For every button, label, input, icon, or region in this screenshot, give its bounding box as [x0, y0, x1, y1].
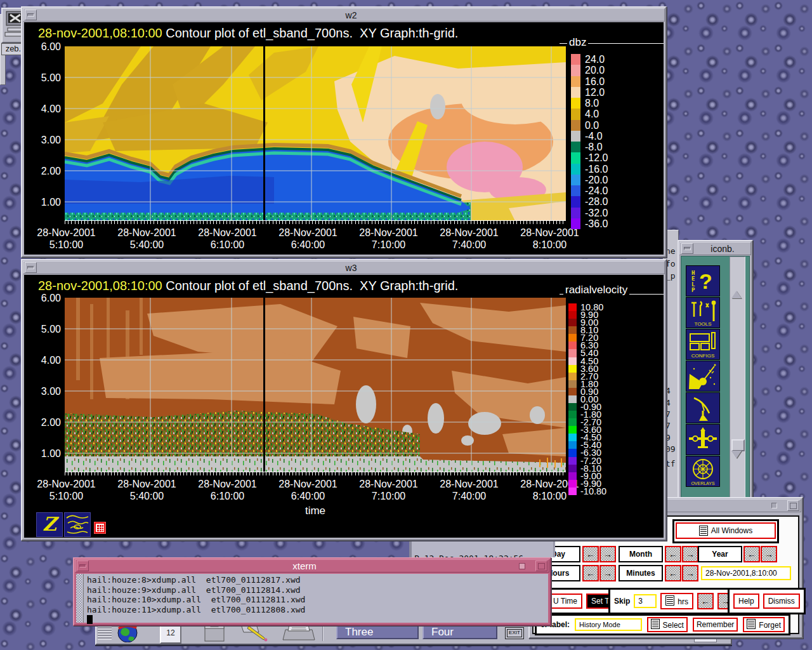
skip-value-field[interactable]: 3	[634, 594, 657, 608]
month-forward-button[interactable]	[682, 546, 698, 562]
workspace-button-four[interactable]: Four	[422, 624, 497, 639]
time-cursor-line[interactable]	[263, 46, 265, 221]
titlebar-dot-button[interactable]	[771, 503, 777, 508]
colorbar-tick-label: 4.0	[585, 109, 608, 119]
window-menu-button[interactable]	[77, 560, 89, 571]
window-menu-button[interactable]	[681, 243, 693, 254]
skip-units-button[interactable]: hrs	[660, 593, 693, 609]
dismiss-button[interactable]: Dismiss	[763, 594, 800, 609]
menu-icon	[665, 595, 674, 606]
day-forward-button[interactable]	[599, 546, 616, 562]
y-tick-label: 6.00	[24, 282, 61, 314]
iconbar-scrollbar[interactable]	[730, 256, 745, 537]
taskbar-handle[interactable]	[694, 638, 717, 642]
scrollbar-thumb[interactable]	[731, 439, 745, 451]
colorbar-tick-label: -16.0	[585, 164, 608, 175]
select-button[interactable]: Select	[647, 617, 688, 632]
colorbar-tick-label: 12.0	[585, 87, 608, 98]
x-tick: 28-Nov-20015:10:00	[26, 478, 107, 502]
colorbar-swatch	[568, 411, 577, 418]
xterm-titlebar[interactable]: xterm	[75, 559, 549, 573]
colorbar-swatch	[571, 142, 580, 152]
maximize-button[interactable]	[787, 500, 799, 511]
scroll-down-icon[interactable]	[731, 451, 742, 463]
w3-plot-client: 28-nov-2001,08:10:00 Contour plot of etl…	[24, 275, 664, 538]
scroll-up-icon[interactable]	[731, 286, 742, 298]
w2-x-axis-ticks	[65, 221, 566, 224]
hours-back-button[interactable]	[582, 565, 599, 581]
w3-velocity-heatmap	[65, 298, 566, 472]
aircraft-button[interactable]	[686, 424, 720, 455]
window-menu-button[interactable]	[25, 10, 37, 20]
w2-titlebar[interactable]: w2	[23, 8, 665, 22]
skip-group: Skip 3 hrs	[608, 588, 740, 614]
month-button[interactable]: Month	[619, 546, 663, 562]
remember-button[interactable]: Remember	[693, 618, 738, 632]
exit-button[interactable]: EXIT	[505, 627, 524, 639]
w3-titlebar[interactable]: w3	[23, 261, 665, 274]
w2-title: w2	[38, 10, 664, 20]
year-forward-button[interactable]	[761, 546, 777, 562]
colorbar-swatch	[571, 152, 580, 163]
x-tick: 28-Nov-20015:40:00	[107, 227, 187, 251]
iconbar-title: iconb.	[695, 244, 750, 254]
iconbar-titlebar[interactable]: iconb.	[679, 242, 751, 255]
colorbar-swatch	[571, 76, 580, 87]
y-tick-label: 3.00	[24, 376, 61, 407]
notes-pencil-icon[interactable]	[240, 623, 270, 642]
help-button[interactable]: H E L P ?	[686, 265, 720, 296]
colorbar-swatch	[568, 426, 577, 434]
w3-contour-plot[interactable]	[65, 298, 566, 472]
minutes-forward-button[interactable]	[682, 565, 698, 581]
configs-button[interactable]: CONFIGS	[686, 329, 720, 360]
time-cursor-line[interactable]	[263, 298, 265, 472]
skip-label: Skip	[614, 597, 630, 606]
tools-button[interactable]: TOOLS	[686, 297, 720, 328]
history-mode-field[interactable]: History Mode	[575, 618, 642, 631]
colorbar-swatch	[568, 472, 577, 480]
colorbar-tick-label: -24.0	[585, 185, 608, 196]
all-windows-button[interactable]: All Windows	[676, 522, 776, 539]
year-button[interactable]: Year	[698, 546, 742, 562]
colorbar-swatch	[568, 326, 577, 334]
colorbar-swatch	[571, 120, 580, 131]
contour-tool-icon[interactable]	[64, 512, 91, 537]
w2-contour-plot[interactable]	[65, 46, 566, 221]
radar-dish-button[interactable]	[686, 361, 720, 392]
hours-forward-button[interactable]	[599, 565, 616, 581]
colorbar-swatch	[568, 342, 577, 349]
menu-icon	[747, 619, 756, 629]
w2-reflectivity-heatmap	[65, 46, 566, 221]
menu-icon	[651, 619, 660, 629]
minutes-button[interactable]: Minutes	[619, 565, 663, 581]
terminal-line: hail:houze:10>xdump.all etl700_01112811.…	[87, 595, 305, 605]
window-menu-button[interactable]	[25, 262, 37, 273]
maximize-button[interactable]	[535, 560, 547, 571]
w2-plot-heading: 28-nov-2001,08:10:00 Contour plot of etl…	[38, 26, 458, 41]
use-time-button[interactable]: U Time	[548, 594, 582, 609]
xterm-scrollbar[interactable]	[76, 574, 84, 623]
history-label-group: er label: History Mode Select Remember F…	[535, 614, 790, 635]
xterm-body[interactable]: hail:houze:8>xdump.all etl700_01112817.x…	[76, 574, 548, 623]
forget-button[interactable]: Forget	[743, 617, 785, 632]
overlays-button[interactable]: OVERLAYS	[686, 456, 720, 487]
colorbar-swatch	[568, 311, 577, 319]
calendar-icon[interactable]: 12	[160, 624, 181, 644]
colorbar-swatch	[568, 441, 577, 449]
grid-tool-icon[interactable]	[94, 522, 106, 534]
inbox-tray-icon[interactable]	[282, 623, 316, 642]
w2-plot-title: Contour plot of etl_sband_700ns. XY Grap…	[162, 26, 459, 40]
workspace-button-three[interactable]: Three	[336, 624, 419, 639]
help-button[interactable]: Help	[733, 594, 759, 609]
month-back-button[interactable]	[665, 546, 681, 562]
year-back-button[interactable]	[743, 546, 760, 562]
drawer-icon[interactable]	[201, 623, 228, 642]
day-back-button[interactable]	[582, 546, 599, 562]
datetime-field[interactable]: 28-Nov-2001,8:10:00	[701, 566, 791, 580]
minutes-back-button[interactable]	[665, 565, 681, 581]
skip-back-button[interactable]	[697, 593, 714, 609]
x-tick: 28-Nov-20016:10:00	[187, 478, 268, 502]
terminal-text: hail:houze:8>xdump.all etl700_01112817.x…	[87, 575, 305, 614]
profiler-antenna-button[interactable]	[686, 392, 720, 423]
zebra-logo-icon[interactable]: Z	[36, 512, 63, 537]
